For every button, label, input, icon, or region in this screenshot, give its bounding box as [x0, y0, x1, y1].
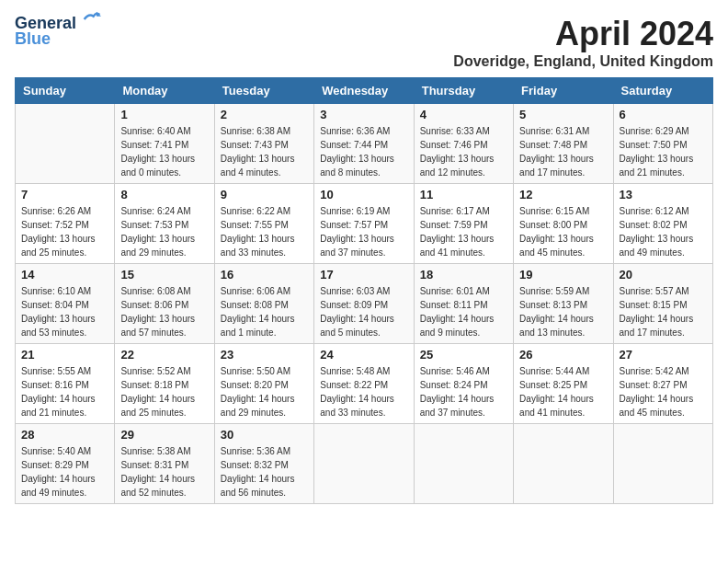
day-cell: 17Sunrise: 6:03 AMSunset: 8:09 PMDayligh… [314, 264, 414, 344]
day-info: Sunrise: 6:12 AMSunset: 8:02 PMDaylight:… [620, 204, 707, 259]
col-header-friday: Friday [514, 78, 613, 104]
day-cell [314, 424, 414, 504]
day-cell: 14Sunrise: 6:10 AMSunset: 8:04 PMDayligh… [16, 264, 115, 344]
day-cell: 20Sunrise: 5:57 AMSunset: 8:15 PMDayligh… [613, 264, 712, 344]
day-number: 19 [519, 268, 607, 282]
day-number: 28 [21, 428, 108, 442]
day-number: 21 [21, 348, 108, 362]
day-info: Sunrise: 6:24 AMSunset: 7:53 PMDaylight:… [120, 204, 208, 259]
week-row-1: 1Sunrise: 6:40 AMSunset: 7:41 PMDaylight… [16, 104, 713, 184]
day-number: 9 [221, 188, 308, 201]
day-number: 20 [620, 268, 707, 282]
day-cell: 13Sunrise: 6:12 AMSunset: 8:02 PMDayligh… [613, 184, 712, 264]
day-cell: 11Sunrise: 6:17 AMSunset: 7:59 PMDayligh… [414, 184, 513, 264]
day-number: 17 [320, 268, 407, 282]
day-cell: 12Sunrise: 6:15 AMSunset: 8:00 PMDayligh… [514, 184, 613, 264]
col-header-monday: Monday [115, 78, 214, 104]
day-info: Sunrise: 6:15 AMSunset: 8:00 PMDaylight:… [519, 204, 607, 259]
day-cell: 7Sunrise: 6:26 AMSunset: 7:52 PMDaylight… [16, 184, 115, 264]
day-cell: 23Sunrise: 5:50 AMSunset: 8:20 PMDayligh… [214, 344, 313, 424]
day-cell [414, 424, 513, 504]
day-number: 1 [120, 108, 208, 121]
day-cell: 1Sunrise: 6:40 AMSunset: 7:41 PMDaylight… [115, 104, 214, 184]
day-number: 8 [120, 188, 208, 201]
day-info: Sunrise: 6:36 AMSunset: 7:44 PMDaylight:… [320, 124, 407, 179]
day-cell: 27Sunrise: 5:42 AMSunset: 8:27 PMDayligh… [613, 344, 712, 424]
month-title: April 2024 [453, 15, 713, 53]
day-info: Sunrise: 6:10 AMSunset: 8:04 PMDaylight:… [21, 284, 108, 339]
day-info: Sunrise: 6:31 AMSunset: 7:48 PMDaylight:… [519, 124, 607, 179]
day-info: Sunrise: 6:22 AMSunset: 7:55 PMDaylight:… [221, 204, 308, 259]
header-row: SundayMondayTuesdayWednesdayThursdayFrid… [16, 78, 713, 104]
header: General Blue April 2024 Doveridge, Engla… [15, 15, 713, 70]
day-number: 22 [120, 348, 208, 362]
day-cell: 16Sunrise: 6:06 AMSunset: 8:08 PMDayligh… [214, 264, 313, 344]
day-cell: 29Sunrise: 5:38 AMSunset: 8:31 PMDayligh… [115, 424, 214, 504]
day-cell: 25Sunrise: 5:46 AMSunset: 8:24 PMDayligh… [414, 344, 513, 424]
day-info: Sunrise: 5:52 AMSunset: 8:18 PMDaylight:… [120, 364, 208, 419]
day-cell [514, 424, 613, 504]
day-number: 25 [420, 348, 507, 362]
day-cell [16, 104, 115, 184]
week-row-5: 28Sunrise: 5:40 AMSunset: 8:29 PMDayligh… [16, 424, 713, 504]
day-number: 26 [519, 348, 607, 362]
day-number: 15 [120, 268, 208, 282]
day-number: 16 [221, 268, 308, 282]
day-info: Sunrise: 6:17 AMSunset: 7:59 PMDaylight:… [420, 204, 507, 259]
location: Doveridge, England, United Kingdom [453, 53, 713, 70]
day-info: Sunrise: 5:46 AMSunset: 8:24 PMDaylight:… [420, 364, 507, 419]
day-cell: 22Sunrise: 5:52 AMSunset: 8:18 PMDayligh… [115, 344, 214, 424]
day-info: Sunrise: 6:33 AMSunset: 7:46 PMDaylight:… [420, 124, 507, 179]
day-info: Sunrise: 5:57 AMSunset: 8:15 PMDaylight:… [620, 284, 707, 339]
title-area: April 2024 Doveridge, England, United Ki… [453, 15, 713, 70]
day-cell: 9Sunrise: 6:22 AMSunset: 7:55 PMDaylight… [214, 184, 313, 264]
week-row-2: 7Sunrise: 6:26 AMSunset: 7:52 PMDaylight… [16, 184, 713, 264]
day-number: 7 [21, 188, 108, 201]
day-number: 30 [221, 428, 308, 442]
day-cell: 15Sunrise: 6:08 AMSunset: 8:06 PMDayligh… [115, 264, 214, 344]
day-number: 6 [620, 108, 707, 121]
day-number: 2 [221, 108, 308, 121]
day-info: Sunrise: 5:48 AMSunset: 8:22 PMDaylight:… [320, 364, 407, 419]
day-info: Sunrise: 6:19 AMSunset: 7:57 PMDaylight:… [320, 204, 407, 259]
logo: General Blue [15, 15, 101, 49]
day-number: 29 [120, 428, 208, 442]
day-number: 3 [320, 108, 407, 121]
col-header-thursday: Thursday [414, 78, 513, 104]
day-number: 18 [420, 268, 507, 282]
day-cell: 28Sunrise: 5:40 AMSunset: 8:29 PMDayligh… [16, 424, 115, 504]
col-header-sunday: Sunday [16, 78, 115, 104]
day-info: Sunrise: 6:03 AMSunset: 8:09 PMDaylight:… [320, 284, 407, 339]
day-cell: 18Sunrise: 6:01 AMSunset: 8:11 PMDayligh… [414, 264, 513, 344]
day-cell [613, 424, 712, 504]
calendar-table: SundayMondayTuesdayWednesdayThursdayFrid… [15, 77, 713, 504]
day-info: Sunrise: 5:38 AMSunset: 8:31 PMDaylight:… [120, 444, 208, 500]
day-cell: 3Sunrise: 6:36 AMSunset: 7:44 PMDaylight… [314, 104, 414, 184]
col-header-tuesday: Tuesday [214, 78, 313, 104]
day-info: Sunrise: 6:06 AMSunset: 8:08 PMDaylight:… [221, 284, 308, 339]
day-number: 14 [21, 268, 108, 282]
day-info: Sunrise: 5:44 AMSunset: 8:25 PMDaylight:… [519, 364, 607, 419]
day-cell: 4Sunrise: 6:33 AMSunset: 7:46 PMDaylight… [414, 104, 513, 184]
day-info: Sunrise: 6:29 AMSunset: 7:50 PMDaylight:… [620, 124, 707, 179]
day-cell: 30Sunrise: 5:36 AMSunset: 8:32 PMDayligh… [214, 424, 313, 504]
day-info: Sunrise: 6:40 AMSunset: 7:41 PMDaylight:… [120, 124, 208, 179]
day-cell: 21Sunrise: 5:55 AMSunset: 8:16 PMDayligh… [16, 344, 115, 424]
day-number: 4 [420, 108, 507, 121]
week-row-4: 21Sunrise: 5:55 AMSunset: 8:16 PMDayligh… [16, 344, 713, 424]
col-header-saturday: Saturday [613, 78, 712, 104]
col-header-wednesday: Wednesday [314, 78, 414, 104]
day-cell: 6Sunrise: 6:29 AMSunset: 7:50 PMDaylight… [613, 104, 712, 184]
day-cell: 8Sunrise: 6:24 AMSunset: 7:53 PMDaylight… [115, 184, 214, 264]
day-number: 11 [420, 188, 507, 201]
week-row-3: 14Sunrise: 6:10 AMSunset: 8:04 PMDayligh… [16, 264, 713, 344]
day-info: Sunrise: 5:50 AMSunset: 8:20 PMDaylight:… [221, 364, 308, 419]
day-number: 10 [320, 188, 407, 201]
day-number: 5 [519, 108, 607, 121]
day-info: Sunrise: 6:38 AMSunset: 7:43 PMDaylight:… [221, 124, 308, 179]
day-info: Sunrise: 5:40 AMSunset: 8:29 PMDaylight:… [21, 444, 108, 500]
day-number: 23 [221, 348, 308, 362]
day-cell: 2Sunrise: 6:38 AMSunset: 7:43 PMDaylight… [214, 104, 313, 184]
day-number: 13 [620, 188, 707, 201]
day-number: 27 [620, 348, 707, 362]
